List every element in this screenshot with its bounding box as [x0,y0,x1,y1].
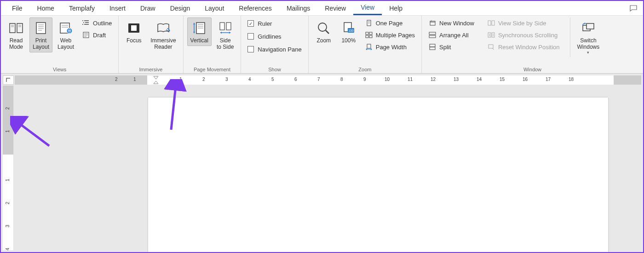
h-ruler-tick: 15 [500,77,505,82]
focus-button[interactable]: Focus [122,17,145,46]
synchronous-scrolling-icon [487,31,495,39]
web-layout-button[interactable]: WebLayout [54,17,77,52]
v-ruler-tick: 2 [5,202,10,205]
navigation-pane-checkbox[interactable]: Navigation Pane [245,43,304,55]
switch-windows-button[interactable]: SwitchWindows ▾ [574,17,603,57]
print-layout-button[interactable]: PrintLayout [29,17,52,52]
tab-insert[interactable]: Insert [102,2,133,15]
svg-rect-58 [429,32,436,34]
tab-templafy[interactable]: Templafy [62,2,102,15]
svg-rect-70 [586,23,594,29]
new-window-icon: + [428,19,437,27]
web-layout-icon [58,20,74,36]
page-width-button[interactable]: Page Width [362,41,418,52]
h-ruler-tick: 12 [431,77,436,82]
svg-rect-6 [36,23,46,34]
read-mode-button[interactable]: ReadMode [5,17,28,52]
group-window: + New Window Arrange All Split [422,16,643,73]
navigation-pane-label: Navigation Pane [258,46,301,53]
draft-icon [82,31,90,39]
hundred-percent-button[interactable]: 100 100% [337,17,360,46]
svg-rect-26 [131,25,137,31]
group-zoom: Zoom 100 100% One Page [309,16,422,73]
arrange-all-button[interactable]: Arrange All [426,29,477,40]
tab-file[interactable]: File [5,2,30,15]
group-views-label: Views [5,66,115,72]
group-show: ✓ Ruler Gridlines Navigation Pane Show [241,16,308,73]
view-side-by-side-icon [487,19,495,27]
focus-icon [126,20,142,36]
view-side-by-side-button[interactable]: View Side by Side [484,17,563,29]
document-page[interactable] [148,98,608,253]
multiple-pages-label: Multiple Pages [376,32,415,39]
ruler-corner[interactable] [3,75,14,85]
svg-rect-49 [366,35,368,38]
indent-marker-icon[interactable] [153,75,159,85]
tab-references[interactable]: References [231,2,279,15]
svg-rect-34 [220,23,224,30]
reset-window-position-label: Reset Window Position [498,44,560,51]
svg-rect-51 [367,44,371,48]
reset-window-position-icon [487,43,495,51]
arrange-all-icon [428,31,437,39]
zoom-button[interactable]: Zoom [312,17,335,46]
svg-marker-72 [154,76,158,79]
group-window-label: Window [426,66,639,72]
split-button[interactable]: Split [426,41,477,52]
focus-label: Focus [126,37,142,44]
immersive-reader-button[interactable]: ImmersiveReader [147,17,179,52]
v-ruler-tick: 1 [5,179,10,182]
svg-rect-47 [366,32,368,34]
tab-review[interactable]: Review [317,2,353,15]
multiple-pages-button[interactable]: Multiple Pages [362,29,418,40]
ruler-label: Ruler [258,20,272,27]
vertical-button[interactable]: Vertical [187,17,212,46]
svg-marker-71 [585,23,586,24]
menubar: File Home Templafy Insert Draw Design La… [1,1,643,16]
group-show-label: Show [245,66,304,72]
h-ruler-tick: 4 [248,77,251,82]
checkbox-icon: ✓ [247,20,254,27]
switch-windows-icon [580,20,597,36]
tab-view[interactable]: View [353,1,382,15]
outline-icon [82,19,90,27]
svg-rect-63 [492,21,494,25]
tab-draw[interactable]: Draw [133,2,163,15]
reset-window-position-button[interactable]: Reset Window Position [484,41,563,52]
svg-marker-38 [229,32,231,34]
svg-marker-53 [366,48,367,50]
svg-point-19 [83,22,84,23]
synchronous-scrolling-button[interactable]: Synchronous Scrolling [484,29,563,40]
ribbon: ReadMode PrintLayout WebLayout [1,16,643,74]
tab-layout[interactable]: Layout [197,2,231,15]
side-to-side-button[interactable]: Sideto Side [213,17,237,52]
group-views: ReadMode PrintLayout WebLayout [1,16,119,73]
ruler-checkbox[interactable]: ✓ Ruler [245,17,304,29]
tab-home[interactable]: Home [30,2,62,15]
h-ruler-tick: 2 [202,77,205,82]
vertical-ruler[interactable]: 2 1 1 2 3 4 [3,86,14,250]
comments-icon[interactable] [627,3,639,14]
outline-button[interactable]: Outline [79,17,115,29]
document-area[interactable] [15,86,641,250]
new-window-button[interactable]: + New Window [426,17,477,29]
vertical-label: Vertical [190,37,208,44]
horizontal-ruler[interactable]: 2 1 1 2 3 4 5 6 7 8 9 10 11 12 13 14 15 … [15,75,641,85]
one-page-button[interactable]: One Page [362,17,418,29]
svg-marker-32 [193,23,195,24]
vertical-icon [191,20,207,36]
side-to-side-icon [217,20,234,36]
tab-design[interactable]: Design [163,2,198,15]
tab-mailings[interactable]: Mailings [279,2,317,15]
switch-windows-label: SwitchWindows [577,37,600,50]
svg-rect-59 [429,35,436,38]
h-ruler-tick: 13 [454,77,459,82]
svg-rect-35 [226,23,231,30]
arrange-all-label: Arrange All [439,32,469,39]
gridlines-checkbox[interactable]: Gridlines [245,30,304,42]
side-to-side-label: Sideto Side [217,37,234,50]
tab-help[interactable]: Help [382,2,410,15]
immersive-reader-icon [155,20,172,36]
svg-text:100: 100 [348,29,354,32]
draft-button[interactable]: Draft [79,29,115,40]
